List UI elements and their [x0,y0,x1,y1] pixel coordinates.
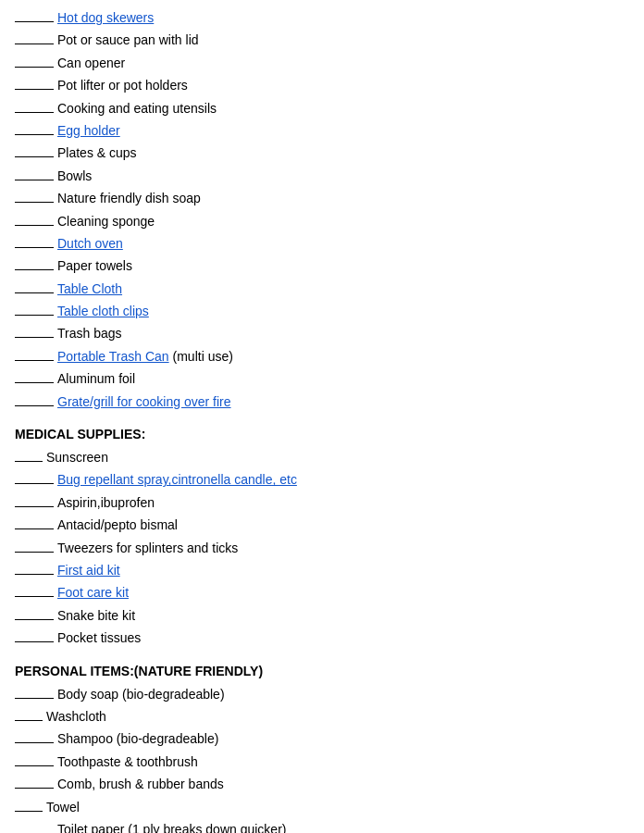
item-link[interactable]: Portable Trash Can [57,349,169,364]
blank-underline [15,67,54,68]
blank-underline [15,315,54,316]
medical-section-header: MEDICAL SUPPLIES: [15,427,629,441]
item-text: Toilet paper (1 ply breaks down quicker) [57,819,629,833]
item-text: Shampoo (bio-degradeable) [57,728,629,749]
blank-underline [15,552,54,553]
item-text: Hot dog skewers [57,7,629,28]
item-text: Can opener [57,53,629,73]
item-text: Washcloth [46,706,629,727]
item-link[interactable]: Table cloth clips [57,304,149,318]
blank-underline [15,89,54,90]
list-item: Aspirin,ibuprofen [15,492,629,513]
list-item: Pot or sauce pan with lid [15,30,629,50]
list-item: Snake bite kit [15,605,629,626]
list-item: Paper towels [15,255,629,276]
blank-underline [15,360,54,361]
list-item: Cooking and eating utensils [15,98,629,118]
top-items-list: Hot dog skewersPot or sauce pan with lid… [15,7,629,412]
list-item: Comb, brush & rubber bands [15,774,629,794]
blank-underline [15,596,54,597]
item-text: Comb, brush & rubber bands [57,774,629,794]
item-link[interactable]: Bug repellant spray,cintronella candle, … [57,472,297,487]
item-link[interactable]: Table Cloth [57,281,122,296]
item-link[interactable]: Foot care kit [57,585,129,600]
item-text: Bowls [57,166,629,186]
list-item: Aluminum foil [15,368,629,389]
blank-underline [15,506,54,507]
blank-underline [15,247,54,248]
list-item: Plates & cups [15,143,629,163]
item-suffix: (multi use) [169,349,233,364]
item-text: Snake bite kit [57,605,629,626]
item-text: Egg holder [57,120,629,141]
list-item: Nature friendly dish soap [15,188,629,208]
item-text: Pot lifter or pot holders [57,75,629,95]
blank-underline [15,483,54,484]
blank-underline [15,720,43,721]
item-text: Trash bags [57,323,629,343]
blank-underline [15,461,43,462]
blank-underline [15,21,54,22]
item-text: Dutch oven [57,233,629,254]
list-item: Table Cloth [15,279,629,299]
list-item: Body soap (bio-degradeable) [15,684,629,704]
item-text: Cooking and eating utensils [57,98,629,118]
list-item: Tweezers for splinters and ticks [15,538,629,558]
item-text: Pot or sauce pan with lid [57,30,629,50]
blank-underline [15,292,54,293]
blank-underline [15,698,54,699]
list-item: Grate/grill for cooking over fire [15,392,629,412]
item-text: Plates & cups [57,143,629,163]
list-item: Table cloth clips [15,301,629,321]
blank-underline [15,202,54,203]
blank-underline [15,382,54,383]
item-link[interactable]: Hot dog skewers [57,10,154,25]
list-item: Cleaning sponge [15,211,629,231]
item-text: Towel [46,797,629,817]
item-link[interactable]: Grate/grill for cooking over fire [57,394,231,409]
item-text: Bug repellant spray,cintronella candle, … [57,469,629,490]
list-item: Toothpaste & toothbrush [15,752,629,772]
blank-underline [15,225,54,226]
item-text: Portable Trash Can (multi use) [57,346,629,367]
list-item: Sunscreen [15,447,629,467]
item-text: Pocket tissues [57,628,629,648]
blank-underline [15,269,54,270]
item-text: Foot care kit [57,582,629,603]
item-link[interactable]: Egg holder [57,123,120,138]
item-text: Table cloth clips [57,301,629,321]
list-item: Bug repellant spray,cintronella candle, … [15,469,629,490]
blank-underline [15,44,54,44]
list-item: Towel [15,797,629,817]
list-item: Pocket tissues [15,628,629,648]
list-item: Foot care kit [15,582,629,603]
list-item: Pot lifter or pot holders [15,75,629,95]
list-item: Portable Trash Can (multi use) [15,346,629,367]
list-item: Egg holder [15,120,629,141]
personal-items-list: Body soap (bio-degradeable)WashclothSham… [15,684,629,833]
item-text: Nature friendly dish soap [57,188,629,208]
blank-underline [15,742,54,743]
item-text: Toothpaste & toothbrush [57,752,629,772]
item-text: Grate/grill for cooking over fire [57,392,629,412]
list-item: Toilet paper (1 ply breaks down quicker) [15,819,629,833]
blank-underline [15,788,54,789]
item-text: Paper towels [57,255,629,276]
list-item: Can opener [15,53,629,73]
list-item: First aid kit [15,560,629,580]
blank-underline [15,337,54,338]
item-text: Aspirin,ibuprofen [57,492,629,513]
item-text: Tweezers for splinters and ticks [57,538,629,558]
blank-underline [15,528,54,529]
item-text: Cleaning sponge [57,211,629,231]
blank-underline [15,112,54,113]
blank-underline [15,765,54,766]
blank-underline [15,134,54,135]
item-text: Table Cloth [57,279,629,299]
blank-underline [15,811,43,812]
item-link[interactable]: First aid kit [57,563,120,578]
list-item: Shampoo (bio-degradeable) [15,728,629,749]
item-link[interactable]: Dutch oven [57,236,123,251]
item-text: Sunscreen [46,447,629,467]
item-text: Body soap (bio-degradeable) [57,684,629,704]
